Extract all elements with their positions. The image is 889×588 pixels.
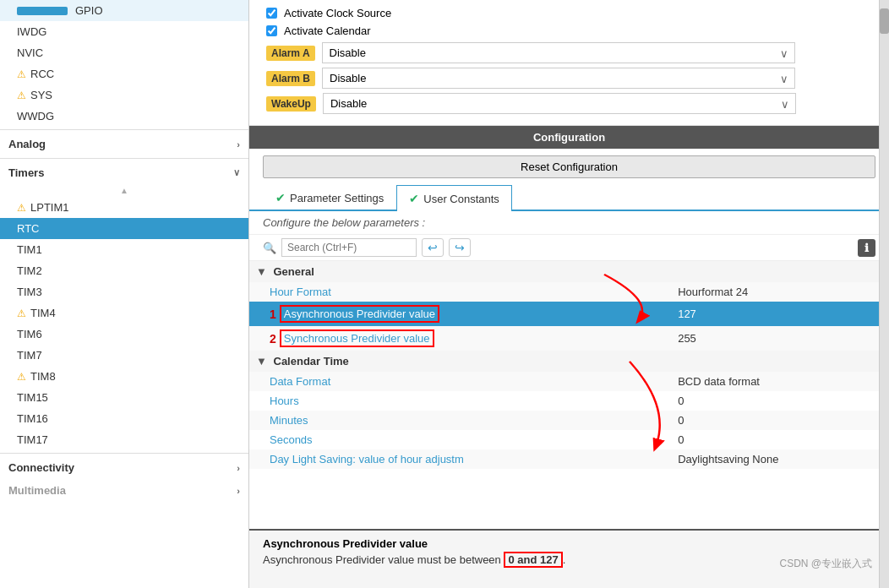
sidebar-item-rcc[interactable]: ⚠ RCC [0, 63, 248, 84]
sidebar-item-tim3[interactable]: TIM3 [0, 281, 248, 302]
scrollbar-thumb[interactable] [880, 8, 889, 34]
check-icon-user: ✔ [409, 192, 419, 205]
search-icon: 🔍 [263, 242, 276, 254]
alarm-b-label: Alarm B [266, 71, 315, 86]
table-row[interactable]: Data Format BCD data format [249, 372, 889, 391]
sidebar-item-label: TIM6 [17, 328, 42, 340]
sidebar-item-wwdg[interactable]: WWDG [0, 106, 248, 127]
sidebar-item-label: TIM4 [30, 307, 56, 319]
category-label: Timers [8, 166, 44, 179]
activate-calendar-checkbox[interactable] [266, 25, 277, 36]
right-scrollbar[interactable] [879, 0, 889, 588]
sidebar-category-timers[interactable]: Timers ∨ [0, 161, 248, 184]
sidebar-item-sys[interactable]: ⚠ SYS [0, 84, 248, 106]
sidebar-item-tim4[interactable]: ⚠ TIM4 [0, 302, 248, 324]
gpio-bar [17, 7, 68, 15]
sidebar-item-label: GPIO [75, 4, 103, 17]
sidebar-item-tim17[interactable]: TIM17 [0, 429, 248, 450]
activate-clock-label: Activate Clock Source [284, 7, 391, 19]
alarm-a-select[interactable]: Disable [322, 42, 795, 63]
sidebar-item-label: IWDG [17, 25, 46, 38]
tab-parameter-settings[interactable]: ✔ Parameter Settings [263, 185, 396, 210]
sidebar-item-label: WWDG [17, 110, 54, 122]
sidebar-item-nvic[interactable]: NVIC [0, 42, 248, 63]
config-body: Configuration Reset Configuration ✔ Para… [249, 126, 889, 529]
num-label-1: 1 [270, 308, 276, 321]
sync-name-bordered: Synchronous Predivider value [280, 329, 434, 347]
table-row[interactable]: Seconds 0 [249, 430, 889, 449]
category-label: Multimedia [8, 484, 66, 497]
table-row[interactable]: Hour Format Hourformat 24 [249, 282, 889, 302]
main-area: Activate Clock Source Activate Calendar … [249, 0, 889, 588]
sidebar-item-label: TIM7 [17, 349, 42, 362]
sidebar-item-tim7[interactable]: TIM7 [0, 345, 248, 366]
sidebar-item-lptim1[interactable]: ⚠ LPTIM1 [0, 197, 248, 218]
alarm-a-dropdown-wrapper[interactable]: Disable ∨ [322, 42, 795, 63]
section-label-calendar: Calendar Time [274, 355, 349, 368]
info-button[interactable]: ℹ [858, 239, 875, 257]
sidebar-item-label: RTC [17, 222, 39, 235]
param-table: ▼ General Hour Format Hourformat 24 1 As… [249, 261, 889, 469]
sidebar-item-tim16[interactable]: TIM16 [0, 408, 248, 429]
activate-clock-checkbox[interactable] [266, 8, 277, 19]
wakeup-select[interactable]: Disable [323, 93, 796, 114]
table-row-async[interactable]: 1 Asynchronous Predivider value 127 [249, 302, 889, 326]
alarm-a-row: Alarm A Disable ∨ [266, 42, 872, 63]
sidebar-item-tim1[interactable]: TIM1 [0, 239, 248, 260]
search-bar: 🔍 ↩ ↪ ℹ [249, 235, 889, 261]
table-row[interactable]: Day Light Saving: value of hour adjustm … [249, 449, 889, 469]
sidebar-item-iwdg[interactable]: IWDG [0, 21, 248, 42]
warning-icon-tim8: ⚠ [17, 371, 26, 383]
table-row[interactable]: Hours 0 [249, 391, 889, 411]
reset-configuration-button[interactable]: Reset Configuration [263, 155, 875, 178]
sidebar-item-tim8[interactable]: ⚠ TIM8 [0, 366, 248, 387]
sidebar-item-label: RCC [30, 68, 54, 80]
alarm-b-select[interactable]: Disable [322, 68, 795, 89]
sidebar: GPIO IWDG NVIC ⚠ RCC ⚠ SYS WWDG Analog ›… [0, 0, 249, 588]
sidebar-item-label: TIM8 [30, 370, 56, 383]
table-row[interactable]: Minutes 0 [249, 411, 889, 430]
sidebar-item-rtc[interactable]: RTC [0, 218, 248, 239]
check-icon-param: ✔ [275, 191, 286, 204]
param-name-hour-format: Hour Format [249, 282, 671, 302]
param-name-hours: Hours [249, 391, 671, 411]
prev-button[interactable]: ↩ [422, 238, 444, 257]
activate-calendar-label: Activate Calendar [284, 24, 371, 37]
alarm-b-dropdown-wrapper[interactable]: Disable ∨ [322, 68, 795, 89]
param-name-data-format: Data Format [249, 372, 671, 391]
section-label-general: General [274, 265, 314, 278]
section-general: ▼ General [249, 261, 889, 282]
wakeup-label: WakeUp [266, 96, 316, 112]
parameter-area: ▼ General Hour Format Hourformat 24 1 As… [249, 261, 889, 529]
sidebar-category-connectivity[interactable]: Connectivity › [0, 456, 248, 479]
tab-user-constants[interactable]: ✔ User Constants [396, 185, 512, 211]
sidebar-item-tim2[interactable]: TIM2 [0, 260, 248, 281]
sidebar-item-label: TIM15 [17, 391, 48, 404]
category-label: Connectivity [8, 461, 74, 474]
sidebar-item-label: TIM3 [17, 286, 42, 298]
sidebar-item-tim15[interactable]: TIM15 [0, 387, 248, 408]
sidebar-item-label: LPTIM1 [30, 201, 69, 214]
divider-2 [0, 158, 248, 159]
wakeup-dropdown-wrapper[interactable]: Disable ∨ [323, 93, 796, 114]
section-calendar: ▼ Calendar Time [249, 351, 889, 372]
activate-clock-row: Activate Clock Source [266, 7, 872, 19]
table-row-sync[interactable]: 2 Synchronous Predivider value 255 [249, 326, 889, 351]
divider-3 [0, 453, 248, 454]
param-value-hour-format: Hourformat 24 [671, 282, 889, 302]
expand-icon-general: ▼ [256, 265, 267, 278]
sidebar-item-tim6[interactable]: TIM6 [0, 324, 248, 345]
sidebar-category-analog[interactable]: Analog › [0, 133, 248, 155]
drag-handle[interactable]: ▲ [0, 184, 248, 197]
sidebar-item-label: TIM16 [17, 412, 48, 425]
next-button[interactable]: ↪ [449, 238, 471, 257]
warning-icon-rcc: ⚠ [17, 68, 26, 80]
alarm-a-label: Alarm A [266, 46, 315, 61]
search-input[interactable] [281, 238, 417, 257]
sidebar-category-multimedia[interactable]: Multimedia › [0, 479, 248, 502]
tabs-container: ✔ Parameter Settings ✔ User Constants [249, 185, 889, 211]
divider-1 [0, 129, 248, 130]
sidebar-item-gpio[interactable]: GPIO [0, 0, 248, 21]
top-section: Activate Clock Source Activate Calendar … [249, 0, 889, 126]
param-name-daylight: Day Light Saving: value of hour adjustm [249, 449, 671, 469]
